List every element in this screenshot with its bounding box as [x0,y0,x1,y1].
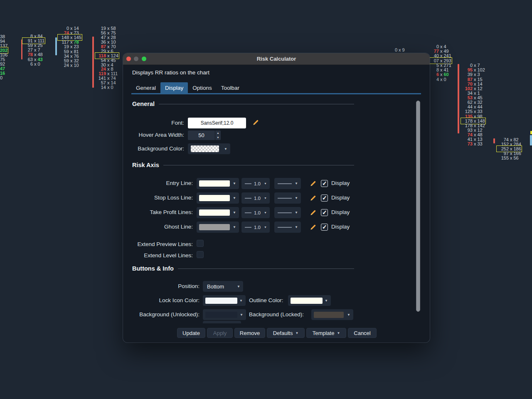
lock-icon-color-dropdown[interactable]: ▼ [203,295,246,306]
stepper-up-button[interactable]: ▲ [215,131,221,135]
cancel-button[interactable]: Cancel [348,328,377,338]
ghost-line-width-dropdown[interactable]: 1.0▼ [241,222,270,233]
remove-button[interactable]: Remove [234,328,265,338]
footprint-cell: 92 [0,62,7,66]
apply-button[interactable]: Apply [207,328,233,338]
footprint-cell: 94 [0,39,7,43]
footprint-cell: 75 [0,57,7,62]
entry-line-display-checkbox[interactable] [321,180,328,187]
footprint-cell: 0x4 [428,44,451,49]
maximize-button[interactable] [142,57,146,61]
stop-loss-line-color-dropdown[interactable]: ▼ [197,192,239,204]
footprint-cell: 0x7 [461,63,485,68]
tab-toolbar[interactable]: Toolbar [217,82,244,93]
close-button[interactable] [126,57,131,61]
ghost-line-color-dropdown[interactable]: ▼ [197,222,239,233]
ghost-line-row: Ghost Line:▼1.0▼▼Display [123,222,430,233]
background-locked-dropdown[interactable]: ▼ [311,309,353,320]
background-unlocked-dropdown[interactable]: ▼ [203,309,246,320]
take-profit-lines-label: Take Profit Lines: [132,209,193,215]
take-profit-lines-edit-pencil-icon[interactable] [310,209,317,216]
footprint-cell: 16 [0,71,7,75]
footprint-cell: 148x145 [58,35,81,40]
line-width-value: 1.0 [254,225,261,230]
extend-preview-lines-checkbox[interactable] [197,240,204,247]
tab-display[interactable]: Display [160,82,188,93]
line-style-sample [278,212,292,213]
entry-line-color-dropdown[interactable]: ▼ [197,178,239,189]
stop-loss-line-edit-pencil-icon[interactable] [310,195,317,202]
chevron-down-icon: ▼ [295,225,301,229]
chevron-down-icon: ▼ [264,226,270,229]
hover-area-width-input[interactable]: 50 [188,131,215,140]
extend-level-lines-label: Extend Level Lines: [132,252,193,259]
edge-mark [530,131,532,134]
footprint-cell: 38 [0,34,7,39]
background-locked-label: Background (Locked): [249,311,304,318]
footprint-column: 0x795x10239x387x1570x14102x1234x153x4562… [461,63,485,147]
footprint-cell: 54x45 [96,58,118,62]
footer-buttons: UpdateApplyRemoveDefaults▼Template▼Cance… [177,328,377,338]
chevron-down-icon: ▼ [337,331,340,335]
footprint-cell: 6x0 [23,62,44,66]
footprint-cell: 252x186 [497,146,521,151]
color-swatch [199,209,230,216]
line-style-sample [278,227,292,228]
defaults-button[interactable]: Defaults▼ [267,328,305,338]
update-button[interactable]: Update [177,328,205,338]
tab-bar: GeneralDisplayOptionsToolbar [131,82,244,93]
chevron-down-icon: ▼ [325,299,331,303]
footprint-cell: 40x241 [428,54,451,58]
take-profit-lines-width-dropdown[interactable]: 1.0▼ [241,207,270,218]
footprint-cell: 24x10 [58,63,81,67]
footprint-cell: 78x48 [23,52,44,57]
entry-line-width-dropdown[interactable]: 1.0▼ [241,178,270,189]
ghost-line-style-dropdown[interactable]: ▼ [274,222,301,233]
ghost-line-edit-pencil-icon[interactable] [310,224,317,231]
color-swatch [199,180,230,187]
background-color-dropdown[interactable]: ▼ [188,143,230,154]
font-edit-pencil-icon[interactable] [253,119,259,126]
entry-line-edit-pencil-icon[interactable] [310,180,317,187]
footprint-cell: 87x70 [96,44,118,49]
position-dropdown[interactable]: Bottom ▼ [203,281,243,292]
entry-line-style-dropdown[interactable]: ▼ [274,178,301,189]
footprint-cell: 119x111 [96,71,118,76]
tab-options[interactable]: Options [188,82,217,93]
tab-general[interactable]: General [131,82,160,93]
minimize-button[interactable] [134,57,138,61]
stop-loss-line-display-checkbox[interactable] [321,195,328,202]
ghost-line-display-label: Display [331,224,350,230]
take-profit-lines-color-dropdown[interactable]: ▼ [197,207,239,218]
scrollbar-thumb[interactable] [416,101,420,312]
font-field[interactable]: SansSerif;12.0 [188,118,246,128]
line-width-sample [245,227,251,228]
stop-loss-line-style-dropdown[interactable]: ▼ [274,192,301,204]
take-profit-lines-display-checkbox[interactable] [321,209,328,216]
stepper-down-button[interactable]: ▼ [215,135,221,140]
outline-color-dropdown[interactable]: ▼ [288,295,331,306]
footprint-cell: 95x102 [461,68,485,72]
footprint-cell: 47x28 [96,35,118,40]
footprint-cell: 77x49 [428,49,451,53]
template-button[interactable]: Template▼ [306,328,346,338]
footprint-cell: 07x293 [428,58,451,63]
color-swatch [205,312,237,318]
ghost-line-display-checkbox[interactable] [321,224,328,231]
footprint-cell: 8x84 [23,34,44,39]
footprint-column: 19x5856x7547x2836x1087x7029x6118x12454x4… [96,26,118,89]
extend-level-lines-checkbox[interactable] [197,251,204,258]
color-swatch [205,298,237,304]
section-title-general: General [132,101,155,107]
footprint-cell: 19x23 [58,44,81,49]
footprint-cell: 0x14 [58,26,81,31]
color-swatch [199,195,230,201]
footprint-cell: 44x44 [461,105,485,109]
footprint-cell: 34x1 [461,91,485,95]
dialog-description: Displays RR ratios on the chart [132,69,209,76]
chevron-down-icon: ▼ [233,225,239,229]
footprint-cell: 36x10 [96,40,118,44]
stop-loss-line-width-dropdown[interactable]: 1.0▼ [241,192,270,204]
take-profit-lines-style-dropdown[interactable]: ▼ [274,207,301,218]
dialog-titlebar[interactable]: Risk Calculator [123,53,430,65]
